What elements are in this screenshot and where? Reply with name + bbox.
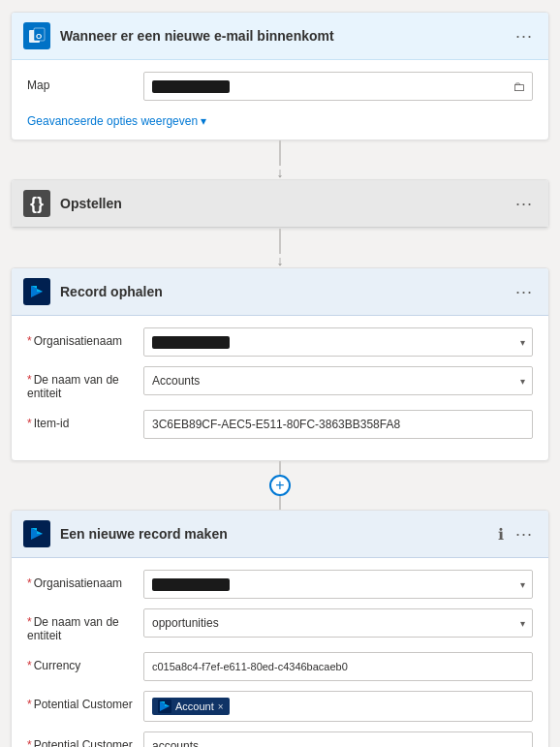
arrow-down-2: ↓ (277, 254, 284, 267)
new-record-potential-customer-row: *Potential Customer Account × (27, 691, 533, 722)
ophalen-org-input-wrapper: ▾ (143, 327, 533, 357)
new-record-potential-customer-input[interactable]: Account × (143, 691, 533, 722)
ophalen-org-label: *Organisatienaam (27, 327, 143, 348)
trigger-body: Map 🗀 Geavanceerde opties weergeven ▾ (12, 60, 548, 140)
new-record-entity-chevron: ▾ (520, 618, 525, 629)
record-ophalen-card: Record ophalen ··· *Organisatienaam ▾ * (11, 267, 549, 461)
new-record-title: Een nieuwe record maken (60, 526, 498, 542)
compose-card: {} Opstellen ··· (11, 179, 549, 229)
trigger-menu[interactable]: ··· (512, 26, 537, 47)
potential-customer-chip: Account × (152, 698, 230, 715)
new-record-org-chevron: ▾ (520, 579, 525, 590)
new-record-org-value-redacted (152, 578, 230, 591)
new-record-potential-customer-type-input-wrapper: accounts (143, 731, 533, 747)
new-record-body: *Organisatienaam ▾ *De naam van de entit… (12, 558, 548, 747)
ophalen-org-value-redacted (152, 336, 230, 349)
folder-icon: 🗀 (513, 79, 525, 94)
map-input-wrapper: 🗀 (143, 72, 533, 101)
record-ophalen-header: Record ophalen ··· (12, 268, 548, 316)
ophalen-itemid-input-wrapper: 3C6EB89CF-AEC5-E511-80FC-3863BB358FA8 (143, 410, 533, 439)
map-value-redacted (152, 80, 230, 93)
dynamics-icon-2 (23, 520, 50, 547)
new-record-potential-customer-type-input[interactable]: accounts (143, 731, 533, 747)
advanced-link-row: Geavanceerde opties weergeven ▾ (27, 110, 533, 128)
ophalen-org-chevron: ▾ (520, 337, 525, 348)
arrow-down-1: ↓ (277, 166, 284, 179)
outlook-icon: O (23, 22, 50, 49)
new-record-card: Een nieuwe record maken ℹ ··· *Organisat… (11, 510, 549, 747)
connector-2: ↓ (277, 229, 284, 267)
new-record-entity-input-wrapper: opportunities ▾ (143, 608, 533, 638)
chevron-down-icon: ▾ (201, 114, 206, 128)
new-record-currency-row: *Currency c015a8c4-f7ef-e611-80ed-c4346b… (27, 652, 533, 681)
ophalen-itemid-input[interactable]: 3C6EB89CF-AEC5-E511-80FC-3863BB358FA8 (143, 410, 533, 439)
potential-customer-chip-close[interactable]: × (218, 701, 224, 712)
dynamics-icon-1 (23, 278, 50, 305)
new-record-entity-row: *De naam van de entiteit opportunities ▾ (27, 608, 533, 642)
new-record-org-label: *Organisatienaam (27, 570, 143, 590)
trigger-advanced-link[interactable]: Geavanceerde opties weergeven ▾ (27, 114, 206, 128)
trigger-card: O Wanneer er een nieuwe e-mail binnenkom… (11, 12, 549, 140)
plus-connector: + (279, 461, 281, 510)
ophalen-org-input[interactable] (143, 327, 533, 357)
compose-icon: {} (23, 190, 50, 217)
new-record-potential-customer-type-label: *Potential Customer Type (27, 731, 143, 747)
svg-text:O: O (36, 32, 42, 41)
new-record-org-input[interactable] (143, 570, 533, 599)
new-record-potential-customer-label: *Potential Customer (27, 691, 143, 711)
map-label: Map (27, 72, 143, 92)
trigger-title: Wanneer er een nieuwe e-mail binnenkomt (60, 28, 512, 44)
trigger-header: O Wanneer er een nieuwe e-mail binnenkom… (12, 13, 548, 60)
compose-title: Opstellen (60, 196, 512, 211)
new-record-entity-input[interactable]: opportunities (143, 608, 533, 638)
new-record-currency-label: *Currency (27, 652, 143, 672)
new-record-org-row: *Organisatienaam ▾ (27, 570, 533, 599)
connector-1: ↓ (277, 140, 284, 179)
ophalen-entity-row: *De naam van de entiteit Accounts ▾ (27, 366, 533, 400)
ophalen-entity-input[interactable]: Accounts (143, 366, 533, 395)
ophalen-itemid-label: *Item-id (27, 410, 143, 430)
compose-header: {} Opstellen ··· (12, 180, 548, 228)
ophalen-entity-label: *De naam van de entiteit (27, 366, 143, 400)
new-record-header: Een nieuwe record maken ℹ ··· (12, 511, 548, 558)
new-record-org-input-wrapper: ▾ (143, 570, 533, 599)
add-step-button[interactable]: + (269, 475, 291, 496)
connector-line-2 (279, 229, 281, 254)
new-record-currency-input[interactable]: c015a8c4-f7ef-e611-80ed-c4346bacaeb0 (143, 652, 533, 681)
ophalen-itemid-row: *Item-id 3C6EB89CF-AEC5-E511-80FC-3863BB… (27, 410, 533, 439)
ophalen-entity-input-wrapper: Accounts ▾ (143, 366, 533, 395)
map-row: Map 🗀 (27, 72, 533, 101)
new-record-potential-customer-type-row: *Potential Customer Type accounts (27, 731, 533, 747)
new-record-menu[interactable]: ··· (512, 524, 537, 545)
record-ophalen-menu[interactable]: ··· (512, 282, 537, 302)
new-record-currency-input-wrapper: c015a8c4-f7ef-e611-80ed-c4346bacaeb0 (143, 652, 533, 681)
ophalen-entity-chevron: ▾ (520, 376, 525, 387)
connector-line-1 (279, 140, 281, 166)
new-record-entity-label: *De naam van de entiteit (27, 608, 143, 642)
map-input[interactable] (143, 72, 533, 101)
new-record-potential-customer-input-wrapper: Account × (143, 691, 533, 722)
ophalen-org-row: *Organisatienaam ▾ (27, 327, 533, 357)
record-ophalen-title: Record ophalen (60, 284, 512, 299)
info-icon: ℹ (498, 525, 504, 544)
record-ophalen-body: *Organisatienaam ▾ *De naam van de entit… (12, 316, 548, 460)
compose-menu[interactable]: ··· (512, 194, 537, 214)
